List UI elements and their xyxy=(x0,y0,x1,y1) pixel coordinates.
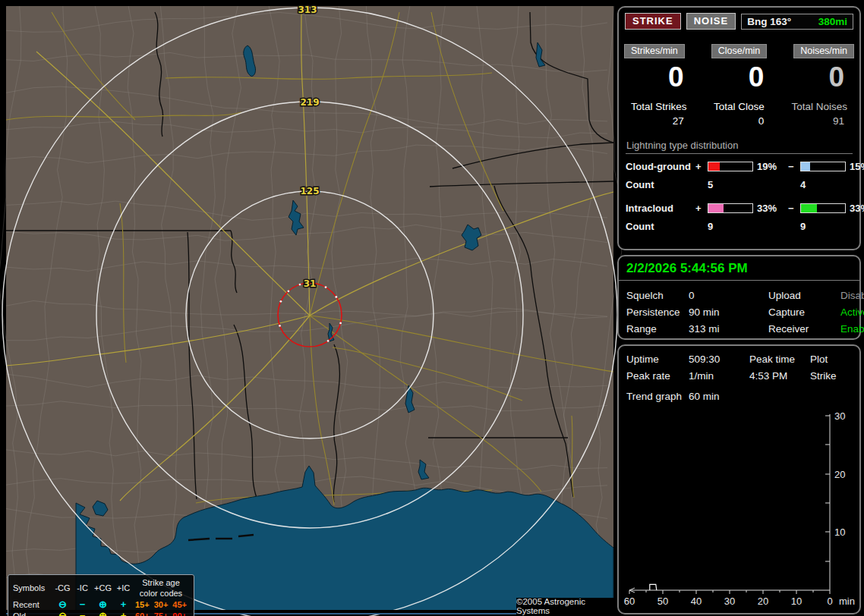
plus-sign: + xyxy=(695,161,708,172)
upload-label: Upload xyxy=(768,290,840,301)
legend-row-old-label: Old xyxy=(13,611,52,616)
peak-time-value: 4:53 PM xyxy=(749,370,810,382)
plot-value: Strike xyxy=(810,370,852,382)
cloud-ground-label: Cloud-ground xyxy=(626,161,695,172)
legend-col-pos-ic: +IC xyxy=(114,583,133,593)
trend-x-20: 20 xyxy=(758,596,768,607)
noises-column: Noises/min 0 Total Noises 91 xyxy=(779,44,859,127)
trend-x-0: 0 xyxy=(827,596,832,607)
cg-plus-bar-fill xyxy=(708,162,720,171)
noises-rate-value: 0 xyxy=(779,63,859,91)
trend-x-40: 40 xyxy=(691,596,702,607)
copyright-text: ©2005 Astrogenic Systems xyxy=(516,597,620,615)
bearing-value: Bng 163° xyxy=(747,16,791,27)
plot-label: Plot xyxy=(810,354,852,365)
bearing-box: Bng 163° 380mi xyxy=(741,14,853,30)
cg-plus-pct: 19% xyxy=(753,161,788,172)
trend-x-60: 60 xyxy=(624,596,635,607)
legend-symbols-header: Symbols xyxy=(13,583,52,593)
ic-minus-count: 9 xyxy=(800,221,846,232)
bearing-distance: 380mi xyxy=(818,16,847,27)
recent-neg-ic-icon: − xyxy=(73,599,92,610)
ic-minus-bar-fill xyxy=(801,204,817,212)
trend-bar xyxy=(650,584,657,590)
uptime-label: Uptime xyxy=(626,354,689,365)
cg-plus-bar xyxy=(708,162,753,171)
receiver-label: Receiver xyxy=(768,323,840,335)
plus-sign: + xyxy=(695,203,708,214)
ring-label-313: 313 xyxy=(298,5,317,15)
close-per-min-button[interactable]: Close/min xyxy=(711,44,768,58)
trend-panel: Uptime 509:30 Peak time Plot Peak rate 1… xyxy=(617,344,861,614)
intracloud-row: Intracloud + 33% − 33% xyxy=(626,203,853,214)
noises-per-min-button[interactable]: Noises/min xyxy=(793,44,854,58)
intracloud-label: Intracloud xyxy=(626,203,695,214)
old-neg-ic-icon: − xyxy=(73,611,92,616)
rate-columns: Strikes/min 0 Total Strikes 27 Close/min… xyxy=(619,44,859,127)
copyright-bar: ©2005 Astrogenic Systems xyxy=(516,598,620,614)
legend-row-recent-label: Recent xyxy=(13,599,52,610)
status-panel: 2/2/2026 5:44:56 PM Squelch 0 Upload Dis… xyxy=(617,255,861,340)
persistence-value: 90 min xyxy=(689,306,768,318)
total-strikes-label: Total Strikes xyxy=(619,101,699,112)
ic-plus-count: 9 xyxy=(708,221,753,232)
status-grid: Squelch 0 Upload Disabled Persistence 90… xyxy=(619,281,859,335)
screen: { "header": { "strike_button": "STRIKE",… xyxy=(0,0,864,616)
ic-plus-bar-fill xyxy=(708,204,724,212)
capture-label: Capture xyxy=(768,306,840,318)
uptime-value: 509:30 xyxy=(689,354,749,365)
trend-y-30: 30 xyxy=(834,410,845,422)
cg-plus-count: 5 xyxy=(708,179,753,190)
legend-age-header: Strike age color codes xyxy=(133,577,189,599)
trend-y-10: 10 xyxy=(834,526,845,538)
cloud-ground-row: Cloud-ground + 19% − 15% xyxy=(626,161,853,172)
cloud-ground-count-row: Count 5 4 xyxy=(626,179,853,190)
distribution-title: Lightning type distribution xyxy=(626,140,853,154)
trend-window-value: 60 min xyxy=(689,391,852,402)
total-close-value: 0 xyxy=(699,115,780,127)
squelch-label: Squelch xyxy=(626,290,689,301)
intracloud-count-row: Count 9 9 xyxy=(626,221,853,232)
cg-minus-count: 4 xyxy=(800,179,846,190)
count-label: Count xyxy=(626,179,695,190)
peak-rate-value: 1/min xyxy=(689,370,749,382)
mode-button-row: STRIKE NOISE Bng 163° 380mi xyxy=(619,8,859,30)
strike-button[interactable]: STRIKE xyxy=(625,13,681,30)
legend-col-neg-cg: -CG xyxy=(52,583,73,593)
capture-value: Active xyxy=(840,306,864,318)
range-label: Range xyxy=(626,323,689,335)
old-neg-cg-icon: ⊖ xyxy=(52,611,73,616)
age-code-60: 60+ xyxy=(133,611,152,616)
ring-label-125: 125 xyxy=(300,186,319,196)
squelch-value: 0 xyxy=(689,290,768,301)
count-label: Count xyxy=(626,221,695,232)
old-pos-ic-icon: + xyxy=(114,611,133,616)
trend-x-unit: min xyxy=(839,596,855,607)
age-code-45: 45+ xyxy=(170,599,189,610)
radar-map[interactable]: 313 219 125 31 Symbols -CG -IC +CG +IC S… xyxy=(6,6,613,614)
total-strikes-value: 27 xyxy=(619,115,699,127)
legend-col-pos-cg: +CG xyxy=(92,583,114,593)
trend-x-10: 10 xyxy=(791,596,802,607)
total-noises-label: Total Noises xyxy=(779,101,859,112)
total-noises-value: 91 xyxy=(779,115,859,127)
cg-minus-pct: 15% xyxy=(846,161,864,172)
minus-sign: − xyxy=(788,203,800,214)
cg-minus-bar xyxy=(800,162,846,171)
trend-y-20: 20 xyxy=(834,469,845,480)
strikes-per-min-button[interactable]: Strikes/min xyxy=(624,44,685,58)
strikes-column: Strikes/min 0 Total Strikes 27 xyxy=(619,44,699,127)
persistence-label: Persistence xyxy=(626,306,689,318)
trend-x-50: 50 xyxy=(657,596,668,607)
range-value: 313 mi xyxy=(689,323,768,335)
ic-minus-bar xyxy=(800,203,846,213)
legend-col-neg-ic: -IC xyxy=(73,583,92,593)
minus-sign: − xyxy=(788,161,800,172)
noise-button[interactable]: NOISE xyxy=(686,13,736,30)
age-code-90: 90+ xyxy=(170,611,189,616)
ring-label-219: 219 xyxy=(300,97,319,108)
map-legend: Symbols -CG -IC +CG +IC Strike age color… xyxy=(8,574,194,616)
strikes-rate-value: 0 xyxy=(619,63,699,91)
map-svg: 313 219 125 31 xyxy=(6,6,613,614)
ic-minus-pct: 33% xyxy=(846,203,864,214)
